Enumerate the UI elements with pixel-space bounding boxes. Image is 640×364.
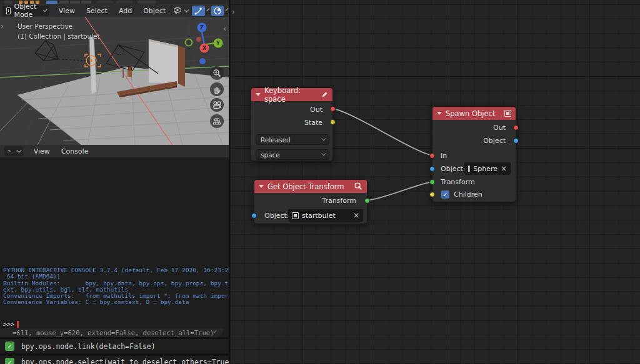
console-output: PYTHON INTERACTIVE CONSOLE 3.7.4 (defaul… bbox=[3, 267, 229, 306]
gizmo-axis-negy[interactable] bbox=[196, 37, 201, 42]
object-out-label: Object bbox=[483, 137, 506, 145]
state-label: State bbox=[304, 119, 322, 127]
console-header: >_ View Console bbox=[0, 145, 229, 157]
small-figure-object[interactable] bbox=[128, 67, 132, 77]
toolbar-expand-arrow[interactable]: › bbox=[1, 23, 4, 29]
spawn-object-node[interactable]: Spawn Object Out Object In Object: Spher… bbox=[432, 106, 516, 202]
transform-socket[interactable] bbox=[429, 179, 435, 185]
gizmo-toggle-button[interactable] bbox=[192, 6, 205, 16]
editor-type-dropdown[interactable]: >_ bbox=[4, 146, 23, 156]
console-line: Convenience Variables: C = bpy.context, … bbox=[3, 299, 229, 305]
gizmo-x-label: X bbox=[202, 46, 207, 51]
report-row[interactable]: ✓ bpy.ops.node.select(wait_to_deselect_o… bbox=[0, 356, 229, 364]
chevron-down-icon bbox=[16, 147, 21, 152]
top-strip-button[interactable] bbox=[138, 1, 156, 4]
children-socket[interactable] bbox=[429, 192, 435, 197]
console-icon: >_ bbox=[8, 149, 14, 154]
report-text: bpy.ops.node.link(detach=False) bbox=[21, 342, 156, 351]
grid-perspective-icon bbox=[212, 117, 221, 125]
object-in-socket[interactable] bbox=[429, 166, 435, 172]
key-state-dropdown[interactable]: Released bbox=[256, 134, 329, 145]
report-truncated-row[interactable]: =611, mouse_y=620, extend=False, deselec… bbox=[0, 328, 223, 337]
zoom-tool-button[interactable] bbox=[210, 66, 224, 80]
text-cursor bbox=[17, 321, 19, 328]
object-in-label: Object: bbox=[441, 165, 466, 173]
children-label: Children bbox=[454, 190, 482, 199]
perspective-toggle-button[interactable] bbox=[210, 114, 224, 128]
in-label: In bbox=[441, 152, 447, 160]
top-strip-toggle-active[interactable] bbox=[46, 1, 58, 4]
key-value: space bbox=[261, 151, 280, 159]
select-visibility-button[interactable] bbox=[171, 6, 189, 16]
report-row[interactable]: ✓ bpy.ops.node.link(detach=False) bbox=[0, 339, 229, 353]
spawn-node-header[interactable]: Spawn Object bbox=[432, 107, 516, 120]
check-icon: ✓ bbox=[5, 342, 14, 351]
link-keyboard-to-spawn[interactable] bbox=[333, 109, 432, 155]
object-icon bbox=[504, 110, 511, 117]
node-title: Spawn Object bbox=[446, 109, 495, 118]
console-menu-view[interactable]: View bbox=[28, 147, 56, 155]
console-menu-console[interactable]: Console bbox=[56, 147, 94, 155]
out-socket[interactable] bbox=[513, 125, 519, 130]
chevron-down-icon[interactable] bbox=[206, 8, 209, 11]
clear-icon[interactable]: × bbox=[353, 212, 359, 219]
get-object-transform-node[interactable]: Get Object Transform Transform Object: s… bbox=[254, 179, 368, 224]
clear-icon[interactable]: × bbox=[501, 165, 507, 172]
collapse-triangle-icon[interactable] bbox=[256, 93, 261, 96]
object-icon bbox=[292, 212, 299, 219]
object-field[interactable]: Sphere × bbox=[464, 162, 511, 175]
transform-node-header[interactable]: Get Object Transform bbox=[254, 180, 367, 193]
object-label: Object: bbox=[264, 212, 289, 220]
pencil-icon bbox=[321, 91, 328, 99]
node-title: Get Object Transform bbox=[268, 182, 344, 191]
top-strip-toggle[interactable] bbox=[59, 1, 69, 4]
chevron-down-icon bbox=[184, 7, 189, 12]
node-title: Keyboard: space bbox=[264, 86, 314, 104]
object-icon bbox=[468, 165, 470, 172]
keyboard-node[interactable]: Keyboard: space Out State Released space bbox=[251, 87, 333, 161]
3d-viewport[interactable]: User Perspective (1) Collection | startb… bbox=[0, 17, 229, 145]
overlays-toggle-button[interactable] bbox=[211, 6, 224, 16]
cursor-eye-icon bbox=[173, 7, 182, 15]
menu-object[interactable]: Object bbox=[138, 7, 171, 15]
keyboard-node-header[interactable]: Keyboard: space bbox=[251, 88, 332, 101]
children-checkbox[interactable]: ✓ bbox=[441, 190, 449, 199]
top-strip-button[interactable] bbox=[4, 1, 12, 4]
key-dropdown[interactable]: space bbox=[256, 149, 329, 160]
pan-tool-button[interactable] bbox=[210, 82, 224, 96]
object-field-value: Sphere bbox=[473, 165, 498, 173]
object-mode-dropdown[interactable]: Object Mode bbox=[2, 6, 49, 16]
perspective-label: User Perspective bbox=[18, 21, 100, 31]
out-socket[interactable] bbox=[330, 106, 336, 112]
object-out-socket[interactable] bbox=[513, 138, 519, 144]
object-socket[interactable] bbox=[251, 213, 257, 219]
top-strip-toggle[interactable] bbox=[70, 1, 80, 4]
menu-select[interactable]: Select bbox=[81, 7, 113, 15]
transform-label: Transform bbox=[441, 178, 475, 186]
chevron-down-icon bbox=[43, 7, 48, 12]
magnifier-icon bbox=[212, 69, 221, 77]
top-strip-toggle[interactable] bbox=[81, 1, 91, 4]
gizmo-y-label: Y bbox=[216, 41, 220, 46]
gizmo-axis-negz[interactable] bbox=[199, 58, 206, 64]
overlays-icon bbox=[213, 7, 222, 15]
gizmo-axis-negx[interactable] bbox=[186, 39, 192, 46]
menu-view[interactable]: View bbox=[53, 7, 81, 15]
top-strip-button[interactable] bbox=[116, 1, 132, 4]
left-pane: Object Mode View Select Add Object bbox=[0, 4, 229, 364]
console-prompt[interactable]: >>> bbox=[3, 321, 19, 328]
object-mode-icon bbox=[6, 7, 11, 14]
camera-view-button[interactable] bbox=[210, 98, 224, 112]
chevron-down-icon[interactable] bbox=[214, 330, 217, 333]
gizmo-z-label: Z bbox=[200, 25, 204, 31]
object-field[interactable]: startbulet × bbox=[288, 209, 363, 222]
menu-add[interactable]: Add bbox=[113, 7, 138, 15]
collapse-triangle-icon[interactable] bbox=[259, 185, 264, 188]
top-strip-button[interactable] bbox=[97, 1, 113, 4]
collapse-triangle-icon[interactable] bbox=[437, 112, 442, 115]
prompt-label: >>> bbox=[3, 321, 14, 328]
state-socket[interactable] bbox=[330, 119, 336, 125]
in-socket[interactable] bbox=[429, 153, 435, 159]
transform-out-socket[interactable] bbox=[364, 198, 370, 204]
node-editor[interactable]: › Keyboard: space Out State Release bbox=[230, 0, 640, 364]
